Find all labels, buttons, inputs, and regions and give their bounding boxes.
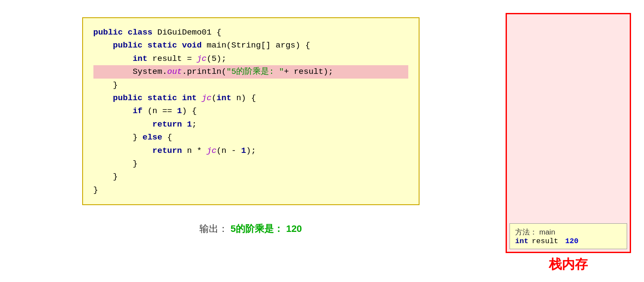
frame-var-line: int result 120 — [515, 237, 622, 245]
code-line-12: } — [93, 170, 408, 183]
code-line-2: public static void main(String[] args) { — [93, 39, 408, 52]
output-text: 5的阶乘是： 120 — [231, 223, 302, 234]
code-line-6: public static int jc(int n) { — [93, 92, 408, 105]
code-line-11: } — [93, 157, 408, 170]
output-text-content: 5的阶乘是： — [231, 223, 283, 234]
code-line-10: return n * jc(n - 1); — [93, 144, 408, 157]
code-line-13: } — [93, 184, 408, 196]
output-area: 输出： 5的阶乘是： 120 — [199, 222, 302, 235]
output-value: 120 — [286, 223, 302, 234]
code-line-3: int result = jc(5); — [93, 52, 408, 65]
code-line-8: return 1; — [93, 118, 408, 131]
code-line-4-highlighted: System.out.println("5的阶乘是: "+ result); — [93, 65, 408, 78]
stack-memory-box: 方法： main int result 120 — [506, 13, 631, 253]
frame-method-name: main — [539, 228, 555, 236]
output-label: 输出： — [199, 223, 228, 234]
code-line-7: if (n == 1) { — [93, 105, 408, 117]
frame-method-label-text: 方法： — [515, 228, 537, 236]
main-container: public class DiGuiDemo01 { public static… — [0, 0, 644, 282]
frame-method-line: 方法： main — [515, 227, 622, 237]
stack-frame-main: 方法： main int result 120 — [509, 223, 627, 249]
stack-label: 栈内存 — [506, 256, 631, 273]
code-line-1: public class DiGuiDemo01 { — [93, 26, 408, 39]
code-line-5: } — [93, 79, 408, 92]
right-panel: 方法： main int result 120 栈内存 — [501, 9, 635, 273]
code-line-9: } else { — [93, 131, 408, 144]
frame-var-name: result — [532, 237, 558, 245]
code-box: public class DiGuiDemo01 { public static… — [82, 17, 420, 205]
frame-var-type: int — [515, 237, 529, 245]
frame-var-value: 120 — [565, 237, 579, 245]
left-panel: public class DiGuiDemo01 { public static… — [9, 9, 493, 273]
